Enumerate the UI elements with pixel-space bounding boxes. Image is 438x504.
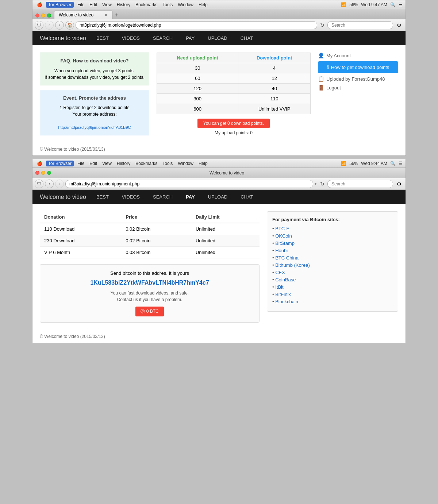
back-button[interactable]: ‹ (45, 21, 54, 30)
search-input[interactable] (327, 21, 393, 29)
nav-chat[interactable]: CHAT (238, 34, 256, 42)
account-panel: 👤 My Account ℹ How to get download point… (318, 53, 398, 91)
menu-view[interactable]: View (101, 2, 113, 7)
uploaded-by-link[interactable]: 📋 Uploded by ForrestGump48 (318, 76, 398, 82)
menu-window[interactable]: Window (176, 2, 195, 7)
pay-site-link[interactable]: CoinBase (275, 277, 296, 282)
pay-site-link[interactable]: ItBit (275, 284, 283, 290)
nav2-videos[interactable]: VIDEOS (119, 193, 143, 201)
nav-pay[interactable]: PAY (183, 34, 197, 42)
nav2-best[interactable]: BEST (93, 193, 112, 201)
nav-upload[interactable]: UPLOAD (205, 34, 230, 42)
maximize-button-2[interactable] (47, 171, 51, 175)
app-name-2[interactable]: Tor Browser (46, 161, 74, 166)
nav2-pay[interactable]: PAY (183, 193, 198, 201)
pay-site-link[interactable]: Bithumb (Korea) (275, 262, 310, 268)
pay-site-link[interactable]: Blockchain (275, 299, 298, 304)
back-button-2[interactable]: ‹ (45, 180, 54, 188)
menu-bookmarks[interactable]: Bookmarks (134, 2, 159, 7)
forward-button-2[interactable]: › (55, 180, 64, 188)
menu-bookmarks-2[interactable]: Bookmarks (134, 161, 159, 166)
limit-cell: Unlimited (191, 247, 260, 258)
menu-icon[interactable]: ☰ (399, 2, 403, 7)
donation-cell: VIP 6 Month (40, 247, 121, 258)
new-tab-button[interactable]: + (112, 11, 120, 19)
logout-link[interactable]: 🚪 Logout (318, 85, 398, 91)
nav-search[interactable]: SEARCH (150, 34, 176, 42)
tab-close-button[interactable]: ✕ (104, 13, 108, 18)
logout-label: Logout (326, 85, 341, 91)
menu-tools-2[interactable]: Tools (161, 161, 174, 166)
navigation-bar-2: 🛡 ‹ › ▾ ↻ ⚙ (32, 178, 406, 190)
my-account-link[interactable]: 👤 My Account (318, 53, 398, 58)
url-bar[interactable] (76, 21, 317, 29)
apple-menu[interactable]: 🍎 (35, 2, 44, 7)
btc-submit-button[interactable]: ⓪ 0 BTC (135, 307, 164, 316)
browser-tab-active[interactable]: Welcome to video ✕ (54, 11, 112, 19)
site-logo-2: Welcome to video (40, 194, 86, 200)
navigation-bar: 🛡 ‹ › 🏠 ↻ ⚙ (32, 19, 406, 31)
maximize-button[interactable] (47, 14, 51, 18)
footer-text-2: © Welcome to video (2015/03/13) (40, 334, 105, 339)
menu-history[interactable]: History (115, 2, 132, 7)
table-row: 304 (157, 63, 311, 73)
apple-menu-2[interactable]: 🍎 (35, 161, 44, 166)
pay-site-link[interactable]: OKCoin (275, 233, 292, 239)
nav2-upload[interactable]: UPLOAD (205, 193, 230, 201)
pay-site-link[interactable]: BitStamp (275, 241, 295, 246)
search-icon[interactable]: 🔍 (390, 2, 396, 7)
upload-points-label: My upload points: 0 (157, 130, 311, 135)
table-row: 230 Download0.02 BitcoinUnlimited (40, 235, 260, 247)
minimize-button[interactable] (41, 14, 45, 18)
menu-help-2[interactable]: Help (197, 161, 209, 166)
nav-videos[interactable]: VIDEOS (119, 34, 143, 42)
close-button[interactable] (35, 14, 39, 18)
pay-site-link[interactable]: BTC China (275, 255, 299, 261)
reload-button-2[interactable]: ↻ (319, 181, 326, 187)
pay-site-link[interactable]: BTC-E (275, 226, 289, 231)
pay-site-link[interactable]: Houbi (275, 248, 288, 253)
menu-help[interactable]: Help (197, 2, 209, 7)
tor-settings-icon[interactable]: ⚙ (395, 21, 403, 30)
tor-settings-icon-2[interactable]: ⚙ (395, 180, 403, 188)
tor-shield-icon[interactable]: 🛡 (35, 21, 43, 30)
url-bar-2[interactable] (65, 180, 313, 188)
need-cell: 300 (157, 94, 238, 104)
table-row: 12040 (157, 84, 311, 94)
price-cell: 0.02 Bitcoin (121, 223, 191, 235)
clock-2: Wed 9:44 AM (361, 161, 387, 166)
btc-address[interactable]: 1KuL583biZ2YtkWFAbvLTNi4bHR7hmY4c7 (46, 280, 253, 286)
menu-edit-2[interactable]: Edit (88, 161, 99, 166)
home-button[interactable]: 🏠 (65, 21, 74, 30)
menu-edit[interactable]: Edit (88, 2, 99, 7)
reload-button[interactable]: ↻ (319, 22, 326, 28)
forward-button[interactable]: › (55, 21, 64, 30)
how-to-get-points-button[interactable]: ℹ How to get download points (318, 61, 398, 73)
minimize-button-2[interactable] (41, 171, 45, 175)
close-button-2[interactable] (35, 171, 39, 175)
tab-bar: Welcome to video ✕ + (32, 9, 406, 19)
search-input-2[interactable] (327, 180, 393, 188)
download-cell: 12 (238, 73, 311, 84)
menu-file-2[interactable]: File (76, 161, 86, 166)
nav2-search[interactable]: SEARCH (150, 193, 176, 201)
menu-icon-2[interactable]: ☰ (399, 161, 403, 166)
left-panel: FAQ. How to download video? When you upl… (40, 53, 149, 135)
nav-best[interactable]: BEST (93, 34, 112, 42)
download-cell: Unlimited VVIP (238, 104, 311, 114)
menu-file[interactable]: File (76, 2, 86, 7)
download-cell: 110 (238, 94, 311, 104)
menu-tools[interactable]: Tools (161, 2, 174, 7)
search-icon-2[interactable]: 🔍 (390, 161, 396, 166)
pay-site-link[interactable]: CEX (275, 270, 285, 275)
get-points-button[interactable]: You can get 0 download points. (197, 119, 270, 128)
site-header-2: Welcome to video BEST VIDEOS SEARCH PAY … (32, 190, 406, 204)
menu-window-2[interactable]: Window (176, 161, 195, 166)
tor-shield-icon-2[interactable]: 🛡 (35, 180, 43, 188)
pay-site-link[interactable]: BitFinix (275, 292, 291, 297)
menu-history-2[interactable]: History (115, 161, 132, 166)
nav2-chat[interactable]: CHAT (238, 193, 256, 201)
app-name[interactable]: Tor Browser (46, 2, 74, 8)
menu-view-2[interactable]: View (101, 161, 113, 166)
event-promo-link[interactable]: http://mt3pirzdiyqf6jim.onion?id=A01B9C (58, 125, 131, 130)
